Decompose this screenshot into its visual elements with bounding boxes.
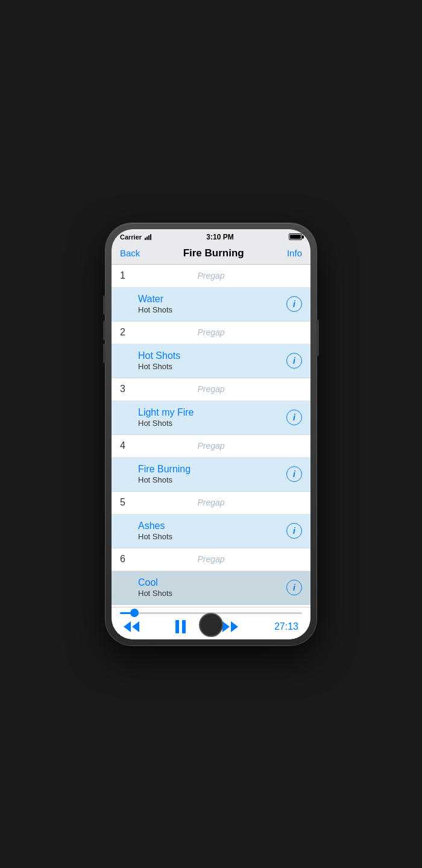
track-row-5[interactable]: Ashes Hot Shots i: [112, 515, 310, 548]
track-info-btn-3[interactable]: i: [286, 410, 302, 425]
rewind-icon: [124, 621, 139, 632]
track-info-6: Cool Hot Shots: [120, 577, 286, 598]
track-group-2: 2 Pregap Hot Shots Hot Shots i: [112, 322, 310, 378]
track-group-5: 5 Pregap Ashes Hot Shots i: [112, 492, 310, 548]
track-title-2: Hot Shots: [138, 350, 286, 361]
carrier-label: Carrier: [120, 233, 142, 241]
time-display: 27:13: [274, 621, 298, 632]
track-title-4: Fire Burning: [138, 464, 286, 475]
pause-bar-left: [175, 620, 179, 633]
track-info-1: Water Hot Shots: [120, 294, 286, 314]
pregap-row-3: 3 Pregap: [112, 378, 310, 401]
pause-bar-right: [182, 620, 186, 633]
track-group-1: 1 Pregap Water Hot Shots i: [112, 265, 310, 322]
track-info-btn-5[interactable]: i: [286, 523, 302, 539]
pause-button[interactable]: [175, 620, 186, 633]
pregap-row-4: 4 Pregap: [112, 435, 310, 458]
track-number-4: 4: [120, 440, 134, 451]
progress-thumb[interactable]: [130, 609, 139, 617]
track-number-2: 2: [120, 327, 134, 338]
track-info-btn-6[interactable]: i: [286, 580, 302, 595]
screen: Carrier 3:10 PM Back: [112, 229, 310, 639]
track-artist-6: Hot Shots: [138, 589, 286, 598]
track-group-3: 3 Pregap Light my Fire Hot Shots i: [112, 378, 310, 435]
track-info-2: Hot Shots Hot Shots: [120, 350, 286, 371]
pregap-row-2: 2 Pregap: [112, 322, 310, 344]
track-info-btn-2[interactable]: i: [286, 353, 302, 369]
track-number-5: 5: [120, 497, 134, 508]
track-title-5: Ashes: [138, 521, 286, 531]
pregap-row-6: 6 Pregap: [112, 548, 310, 571]
back-button[interactable]: Back: [120, 248, 140, 258]
pregap-label-4: Pregap: [134, 441, 302, 451]
status-time: 3:10 PM: [206, 233, 233, 241]
track-artist-2: Hot Shots: [138, 362, 286, 371]
pregap-row-5: 5 Pregap: [112, 492, 310, 515]
phone-device: Carrier 3:10 PM Back: [106, 223, 316, 645]
track-info-4: Fire Burning Hot Shots: [120, 464, 286, 484]
pregap-label-1: Pregap: [134, 271, 302, 280]
track-number-3: 3: [120, 384, 134, 394]
phone-inner: Carrier 3:10 PM Back: [112, 229, 310, 639]
nav-title: Fire Burning: [183, 247, 244, 259]
track-row-4[interactable]: Fire Burning Hot Shots i: [112, 458, 310, 492]
battery-icon: [289, 233, 302, 240]
battery-fill: [290, 235, 301, 239]
pregap-label-6: Pregap: [134, 554, 302, 564]
track-group-6: 6 Pregap Cool Hot Shots i: [112, 548, 310, 605]
nav-bar: Back Fire Burning Info: [112, 244, 310, 265]
pregap-label-5: Pregap: [134, 498, 302, 507]
status-right: [289, 233, 302, 240]
fast-forward-button[interactable]: [222, 621, 238, 632]
status-bar: Carrier 3:10 PM: [112, 229, 310, 244]
pregap-row-1: 1 Pregap: [112, 265, 310, 288]
wifi-icon: [145, 234, 151, 240]
pause-icon: [175, 620, 186, 633]
track-title-6: Cool: [138, 577, 286, 588]
track-info-btn-1[interactable]: i: [286, 296, 302, 312]
track-info-btn-4[interactable]: i: [286, 466, 302, 482]
track-row-1[interactable]: Water Hot Shots i: [112, 288, 310, 322]
track-row-6[interactable]: Cool Hot Shots i: [112, 571, 310, 605]
track-title-1: Water: [138, 294, 286, 305]
track-artist-5: Hot Shots: [138, 532, 286, 541]
pregap-label-2: Pregap: [134, 328, 302, 337]
info-button[interactable]: Info: [287, 248, 302, 258]
track-number-1: 1: [120, 270, 134, 281]
track-row-2[interactable]: Hot Shots Hot Shots i: [112, 344, 310, 378]
status-left: Carrier: [120, 233, 151, 241]
track-artist-1: Hot Shots: [138, 305, 286, 314]
fast-forward-icon: [222, 621, 238, 632]
track-number-6: 6: [120, 554, 134, 565]
track-title-3: Light my Fire: [138, 407, 286, 418]
pregap-label-3: Pregap: [134, 384, 302, 394]
home-button[interactable]: [199, 613, 223, 637]
track-info-5: Ashes Hot Shots: [120, 521, 286, 541]
track-info-3: Light my Fire Hot Shots: [120, 407, 286, 428]
track-list: 1 Pregap Water Hot Shots i 2: [112, 265, 310, 607]
track-artist-3: Hot Shots: [138, 419, 286, 428]
rewind-button[interactable]: [124, 621, 139, 632]
track-artist-4: Hot Shots: [138, 475, 286, 484]
track-row-3[interactable]: Light my Fire Hot Shots i: [112, 401, 310, 435]
track-group-4: 4 Pregap Fire Burning Hot Shots i: [112, 435, 310, 492]
